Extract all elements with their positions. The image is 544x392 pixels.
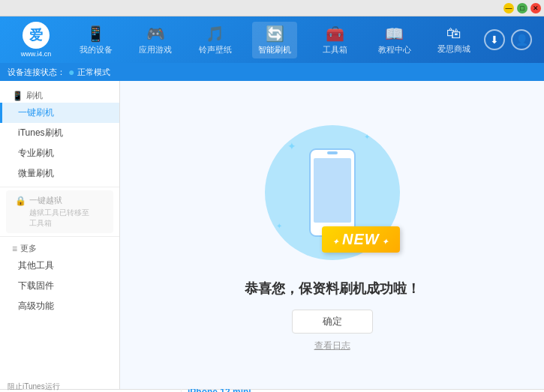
- more-section-title: ≡ 更多: [0, 240, 119, 256]
- sidebar-item-one-click-flash[interactable]: 一键刷机: [0, 103, 119, 123]
- smart-flash-icon: 🔄: [266, 25, 284, 43]
- nav-shop-label: 爱思商城: [437, 43, 470, 55]
- status-bar: 设备连接状态： ● 正常模式: [0, 63, 544, 81]
- sparkle-2: ✦: [364, 133, 370, 141]
- more-section-icon: ≡: [12, 244, 17, 254]
- nav-app-game[interactable]: 🎮 应用游戏: [133, 22, 178, 58]
- main-content: ✦ ✦ ✦ NEW 恭喜您，保资料刷机成功啦！ 确定 查看日志: [120, 81, 544, 389]
- status-dot: ●: [68, 66, 74, 78]
- locked-title: 一键越狱: [29, 195, 89, 206]
- sidebar-item-save-flash[interactable]: 微量刷机: [0, 163, 119, 184]
- nav-tutorial-label: 教程中心: [378, 44, 411, 55]
- header: 爱 www.i4.cn 📱 我的设备 🎮 应用游戏 🎵 铃声壁纸 🔄 智能刷机 …: [0, 16, 544, 63]
- nav-smart-flash-label: 智能刷机: [258, 44, 291, 55]
- nav-shop[interactable]: 🛍 爱思商城: [431, 22, 476, 58]
- nav-ringtone-label: 铃声壁纸: [199, 44, 232, 55]
- sparkle-3: ✦: [276, 222, 282, 230]
- flash-section-title: 📱 刷机: [0, 87, 119, 103]
- confirm-button[interactable]: 确定: [292, 310, 373, 334]
- sidebar-divider-1: [0, 187, 119, 187]
- nav-toolbox[interactable]: 🧰 工具箱: [312, 22, 357, 58]
- logo-url: www.i4.cn: [21, 50, 52, 58]
- success-text: 恭喜您，保资料刷机成功啦！: [245, 280, 420, 298]
- sidebar-item-pro-flash[interactable]: 专业刷机: [0, 143, 119, 163]
- locked-desc: 越狱工具已转移至工具箱: [29, 208, 89, 229]
- status-label: 设备连接状态：: [8, 67, 65, 78]
- user-button[interactable]: 👤: [511, 29, 532, 50]
- nav-toolbox-label: 工具箱: [323, 44, 347, 55]
- flash-section-label: 刷机: [26, 90, 43, 101]
- sidebar-item-itunes-flash[interactable]: iTunes刷机: [0, 123, 119, 143]
- bottom-bar: 自动断连 跳过向导 📱 iPhone 12 mini 64GB Down-12m…: [0, 389, 544, 392]
- nav-my-device[interactable]: 📱 我的设备: [74, 22, 119, 58]
- new-badge: NEW: [322, 226, 399, 253]
- restore-button[interactable]: □: [517, 3, 527, 13]
- close-button[interactable]: ✕: [530, 3, 541, 13]
- header-right: ⬇ 👤: [484, 29, 538, 50]
- my-device-icon: 📱: [86, 25, 105, 43]
- nav-ringtone[interactable]: 🎵 铃声壁纸: [193, 22, 238, 58]
- flash-section-icon: 📱: [12, 91, 23, 101]
- sidebar-item-other-tools[interactable]: 其他工具: [0, 256, 119, 276]
- phone-svg: [306, 148, 359, 238]
- nav-app-game-label: 应用游戏: [139, 44, 172, 55]
- sidebar: 📱 刷机 一键刷机 iTunes刷机 专业刷机 微量刷机 🔒 一键越狱 越狱工具…: [0, 81, 120, 389]
- nav-bar: 📱 我的设备 🎮 应用游戏 🎵 铃声壁纸 🔄 智能刷机 🧰 工具箱 📖 教程中心…: [66, 22, 484, 58]
- sidebar-divider-2: [0, 236, 119, 237]
- nav-tutorial[interactable]: 📖 教程中心: [372, 22, 417, 58]
- sparkle-1: ✦: [287, 140, 296, 152]
- sidebar-locked-item: 🔒 一键越狱 越狱工具已转移至工具箱: [6, 190, 113, 233]
- svg-rect-2: [327, 151, 338, 154]
- status-value: 正常模式: [77, 67, 110, 78]
- logo-icon: 爱: [23, 22, 50, 49]
- more-section-label: 更多: [20, 243, 37, 254]
- svg-rect-1: [314, 158, 351, 223]
- lock-icon: 🔒: [15, 196, 26, 206]
- logo-area: 爱 www.i4.cn: [6, 22, 66, 58]
- nav-smart-flash[interactable]: 🔄 智能刷机: [252, 22, 297, 58]
- sidebar-item-download-fw[interactable]: 下载固件: [0, 276, 119, 296]
- download-button[interactable]: ⬇: [484, 29, 505, 50]
- device-illustration: ✦ ✦ ✦ NEW: [257, 118, 407, 268]
- stop-itunes: 阻止iTunes运行: [8, 382, 60, 392]
- minimize-button[interactable]: —: [503, 3, 514, 13]
- toolbox-icon: 🧰: [326, 25, 344, 43]
- tutorial-icon: 📖: [385, 25, 404, 43]
- view-log-link[interactable]: 查看日志: [314, 340, 350, 352]
- title-bar: — □ ✕: [0, 0, 544, 16]
- content-area: 📱 刷机 一键刷机 iTunes刷机 专业刷机 微量刷机 🔒 一键越狱 越狱工具…: [0, 81, 544, 389]
- sidebar-item-advanced[interactable]: 高级功能: [0, 296, 119, 316]
- ringtone-icon: 🎵: [206, 25, 224, 43]
- app-game-icon: 🎮: [146, 25, 165, 43]
- shop-icon: 🛍: [446, 25, 461, 42]
- nav-my-device-label: 我的设备: [80, 44, 113, 55]
